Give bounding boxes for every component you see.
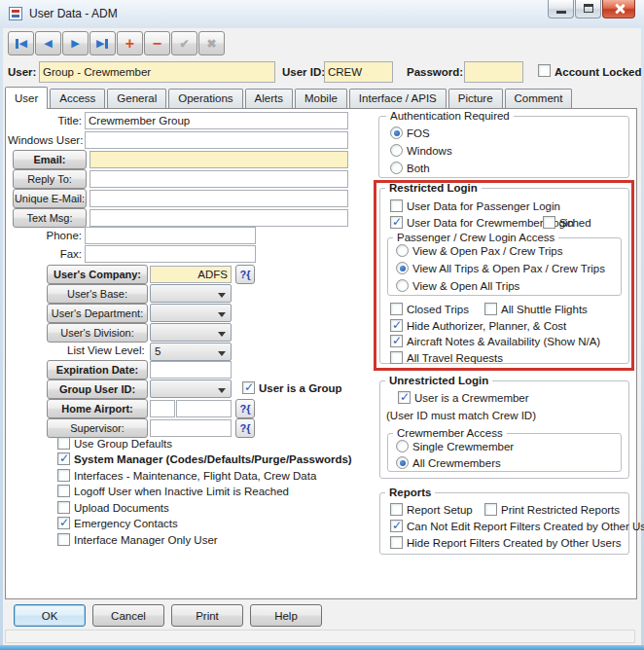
help-button[interactable]: Help — [250, 604, 322, 627]
minimize-button[interactable] — [548, 0, 574, 18]
view-open-pax-crew-radio[interactable] — [396, 244, 409, 257]
phone-input[interactable] — [85, 227, 256, 244]
reply-to-input[interactable] — [89, 170, 348, 188]
system-manager-checkbox[interactable] — [57, 452, 70, 465]
expiration-date-button[interactable]: Expiration Date: — [47, 360, 148, 379]
tab-mobile[interactable]: Mobile — [295, 89, 347, 108]
tab-operations[interactable]: Operations — [168, 89, 242, 108]
users-division-combo[interactable] — [150, 323, 232, 342]
print-restricted-reports-checkbox[interactable] — [484, 503, 497, 516]
crewmember-login-checkbox[interactable] — [390, 216, 403, 229]
users-base-combo[interactable] — [150, 284, 232, 303]
close-button[interactable] — [602, 0, 635, 18]
title-input[interactable] — [85, 112, 348, 129]
tab-comment[interactable]: Comment — [505, 89, 573, 108]
last-record-button[interactable]: ▶ — [89, 31, 116, 55]
home-airport-input-2[interactable] — [176, 400, 232, 417]
maximize-button[interactable] — [575, 0, 601, 18]
cannot-edit-filters-checkbox[interactable] — [390, 520, 403, 532]
list-view-level-combo[interactable]: 5 — [150, 343, 232, 361]
status-bar — [5, 630, 635, 643]
ok-button[interactable]: OK — [14, 604, 86, 627]
supervisor-input[interactable] — [150, 419, 232, 437]
tab-general[interactable]: General — [107, 89, 166, 108]
tab-user[interactable]: User — [5, 87, 48, 109]
users-department-button[interactable]: User's Department: — [47, 304, 148, 323]
windows-user-input[interactable] — [85, 131, 348, 149]
user-is-crewmember-checkbox[interactable] — [398, 391, 411, 404]
single-crewmember-radio[interactable] — [396, 440, 409, 452]
all-crewmembers-radio[interactable] — [396, 456, 409, 469]
unique-email-input[interactable] — [89, 190, 348, 207]
view-open-all-trips-radio[interactable] — [396, 279, 409, 292]
upload-documents-checkbox[interactable] — [57, 501, 70, 514]
delete-record-button[interactable]: − — [144, 31, 170, 55]
interface-manager-only-checkbox[interactable] — [57, 533, 70, 546]
users-division-button[interactable]: User's Division: — [47, 323, 148, 343]
first-record-button[interactable]: ◀ — [8, 31, 34, 55]
tab-alerts[interactable]: Alerts — [245, 89, 293, 108]
users-company-button[interactable]: User's Company: — [47, 265, 148, 284]
group-user-id-button[interactable]: Group User ID: — [47, 379, 148, 399]
hide-filters-checkbox[interactable] — [390, 536, 403, 549]
home-airport-button[interactable]: Home Airport: — [47, 399, 148, 418]
save-record-button[interactable]: ✔ — [171, 31, 197, 55]
account-locked-checkbox[interactable] — [538, 64, 551, 77]
text-msg-button[interactable]: Text Msg: — [13, 208, 87, 228]
supervisor-lookup-button[interactable]: ?{ — [235, 418, 255, 438]
closed-trips-checkbox[interactable] — [390, 303, 403, 315]
email-input[interactable] — [89, 151, 348, 168]
dropdown-arrow-icon — [218, 351, 226, 356]
group-user-id-combo[interactable] — [150, 379, 232, 398]
dialog-body: ◀ ◀ ▶ ▶ + − ✔ ✖ User: User ID: Password:… — [3, 28, 641, 645]
all-travel-requests-checkbox[interactable] — [390, 351, 403, 364]
user-input[interactable] — [39, 61, 275, 83]
home-airport-input-1[interactable] — [150, 400, 175, 417]
tab-access[interactable]: Access — [50, 89, 105, 108]
emergency-contacts-checkbox[interactable] — [57, 517, 70, 529]
reply-to-button[interactable]: Reply To: — [13, 169, 87, 189]
users-base-button[interactable]: User's Base: — [47, 284, 148, 304]
auth-both-radio[interactable] — [390, 162, 403, 174]
previous-record-button[interactable]: ◀ — [35, 31, 61, 55]
aircraft-notes-checkbox[interactable] — [390, 335, 403, 347]
auth-windows-radio[interactable] — [390, 144, 403, 157]
use-group-defaults-checkbox[interactable] — [57, 437, 70, 450]
window-title: User Data - ADM — [29, 7, 118, 20]
user-label: User: — [8, 66, 36, 78]
next-record-button[interactable]: ▶ — [62, 31, 89, 55]
password-input[interactable] — [464, 61, 523, 83]
users-department-combo[interactable] — [150, 304, 232, 322]
tab-picture[interactable]: Picture — [448, 89, 503, 108]
logoff-inactive-checkbox[interactable] — [57, 485, 70, 497]
auth-fos-label: FOS — [407, 127, 430, 139]
tab-interface-apis[interactable]: Interface / APIS — [349, 89, 447, 108]
users-company-lookup-button[interactable]: ?{ — [235, 265, 255, 284]
users-company-input[interactable] — [150, 266, 232, 283]
all-shuttle-flights-checkbox[interactable] — [484, 303, 497, 315]
all-shuttle-flights-label: All Shuttle Flights — [501, 304, 588, 315]
user-is-group-checkbox[interactable] — [242, 381, 255, 394]
titlebar[interactable]: User Data - ADM — [0, 0, 644, 28]
unique-email-button[interactable]: Unique E-Mail: — [13, 189, 87, 208]
hide-authorizer-checkbox[interactable] — [390, 319, 403, 332]
cancel-edit-button[interactable]: ✖ — [198, 31, 225, 55]
home-airport-lookup-button[interactable]: ?{ — [235, 399, 255, 418]
unrestricted-login-title: Unrestricted Login — [385, 375, 492, 386]
interfaces-checkbox[interactable] — [57, 469, 70, 482]
view-all-open-pax-crew-radio[interactable] — [396, 262, 409, 274]
supervisor-button[interactable]: Supervisor: — [47, 418, 148, 438]
passenger-login-checkbox[interactable] — [390, 199, 403, 212]
report-setup-checkbox[interactable] — [390, 503, 403, 516]
user-id-input[interactable] — [324, 61, 393, 83]
print-button[interactable]: Print — [171, 604, 243, 627]
sched-checkbox[interactable] — [543, 216, 555, 229]
email-button[interactable]: Email: — [13, 150, 87, 169]
expiration-date-input[interactable] — [150, 361, 232, 379]
add-record-button[interactable]: + — [117, 31, 143, 55]
dropdown-arrow-icon — [218, 293, 226, 298]
auth-fos-radio[interactable] — [390, 126, 403, 139]
cancel-button[interactable]: Cancel — [92, 604, 164, 627]
text-msg-input[interactable] — [89, 209, 348, 227]
fax-input[interactable] — [85, 245, 256, 263]
